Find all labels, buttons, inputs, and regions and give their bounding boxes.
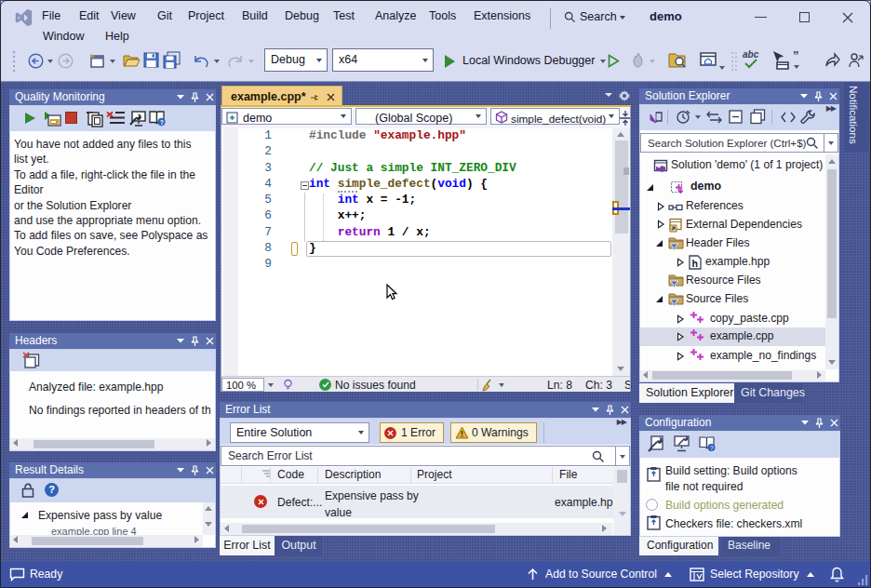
svg-text:?: ? (710, 445, 714, 451)
svg-text:h: h (691, 258, 697, 269)
svg-text:?: ? (160, 119, 164, 126)
